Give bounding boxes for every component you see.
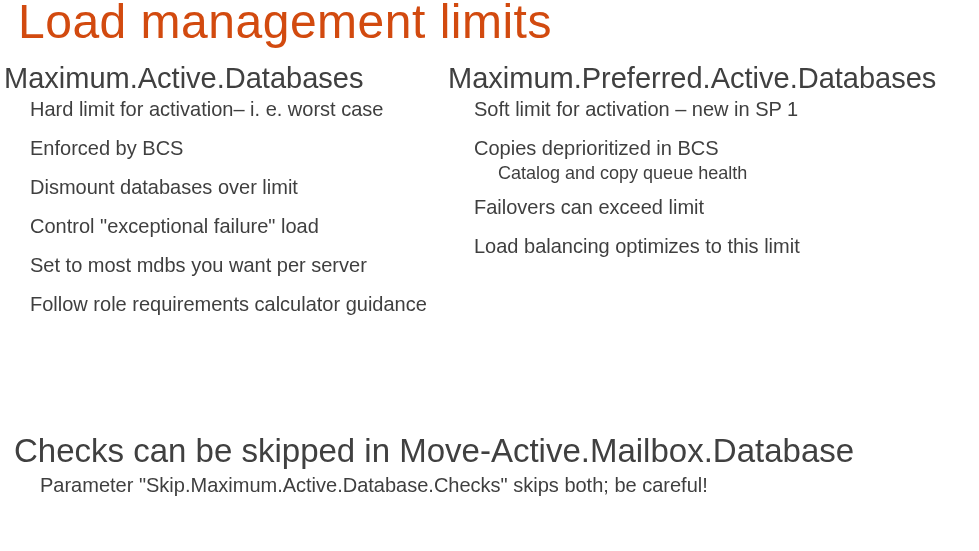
right-heading: Maximum.Preferred.Active.Databases bbox=[448, 62, 979, 95]
left-bullet-2: Enforced by BCS bbox=[30, 136, 448, 161]
right-bullet-3: Failovers can exceed limit bbox=[474, 195, 979, 220]
right-bullet-1: Soft limit for activation – new in SP 1 bbox=[474, 97, 979, 122]
left-bullet-3: Dismount databases over limit bbox=[30, 175, 448, 200]
right-bullet-2: Copies deprioritized in BCS bbox=[474, 136, 979, 161]
footer-body: Parameter "Skip.Maximum.Active.Database.… bbox=[40, 474, 974, 497]
left-bullet-5: Set to most mdbs you want per server bbox=[30, 253, 448, 278]
left-heading: Maximum.Active.Databases bbox=[4, 62, 448, 95]
slide-title: Load management limits bbox=[18, 0, 552, 49]
footer-heading: Checks can be skipped in Move-Active.Mai… bbox=[14, 432, 974, 470]
slide: Load management limits Maximum.Active.Da… bbox=[0, 0, 979, 551]
right-bullet-4: Load balancing optimizes to this limit bbox=[474, 234, 979, 259]
left-bullet-6: Follow role requirements calculator guid… bbox=[30, 292, 448, 317]
right-column: Maximum.Preferred.Active.Databases Soft … bbox=[448, 62, 979, 273]
left-column: Maximum.Active.Databases Hard limit for … bbox=[4, 62, 448, 331]
left-bullet-4: Control "exceptional failure" load bbox=[30, 214, 448, 239]
footer-block: Checks can be skipped in Move-Active.Mai… bbox=[14, 432, 974, 497]
right-bullet-2a: Catalog and copy queue health bbox=[498, 163, 979, 185]
left-bullet-1: Hard limit for activation– i. e. worst c… bbox=[30, 97, 448, 122]
